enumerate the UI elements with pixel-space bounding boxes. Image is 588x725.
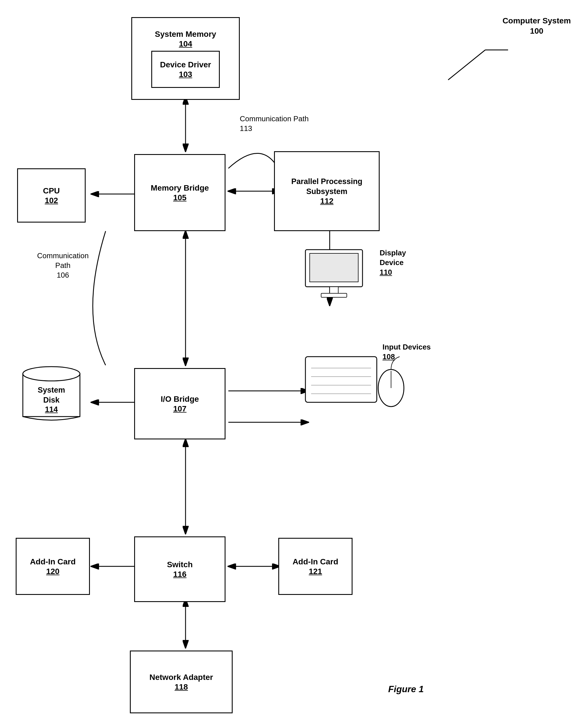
system-disk-container: SystemDisk 114: [17, 362, 86, 428]
arrows-svg: [0, 0, 588, 725]
io-bridge-title: I/O Bridge: [161, 394, 199, 404]
system-memory-id: 104: [179, 39, 192, 48]
network-adapter-box: Network Adapter 118: [130, 651, 233, 713]
add-in-card-121-id: 121: [309, 567, 322, 576]
device-driver-box: Device Driver 103: [151, 51, 220, 88]
network-adapter-title: Network Adapter: [149, 672, 213, 682]
display-device-label: DisplayDevice110: [380, 248, 406, 277]
memory-bridge-title: Memory Bridge: [151, 183, 209, 193]
parallel-processing-id: 112: [320, 197, 334, 206]
input-devices-container: [302, 351, 417, 431]
add-in-card-121-box: Add-In Card 121: [278, 538, 353, 595]
add-in-card-120-title: Add-In Card: [30, 557, 76, 567]
input-devices-label: Input Devices 108: [382, 342, 431, 362]
io-bridge-id: 107: [173, 404, 187, 413]
network-adapter-id: 118: [175, 682, 188, 691]
svg-rect-19: [321, 293, 347, 297]
parallel-processing-box: Parallel Processing Subsystem 112: [274, 151, 380, 231]
cpu-id: 102: [45, 196, 58, 205]
diagram-container: Computer System 100: [0, 0, 588, 725]
parallel-processing-title: Parallel Processing Subsystem: [275, 177, 379, 197]
svg-rect-17: [310, 253, 358, 282]
switch-title: Switch: [167, 559, 193, 570]
cpu-box: CPU 102: [17, 168, 86, 222]
computer-system-label: Computer System 100: [502, 16, 571, 37]
svg-rect-22: [306, 357, 377, 402]
device-driver-title: Device Driver: [160, 60, 211, 70]
svg-line-3: [448, 50, 485, 80]
add-in-card-120-box: Add-In Card 120: [16, 538, 90, 595]
display-device-container: [302, 248, 382, 311]
system-memory-title: System Memory: [155, 29, 216, 39]
memory-bridge-id: 105: [173, 193, 187, 202]
input-devices-svg: [302, 351, 411, 425]
io-bridge-box: I/O Bridge 107: [134, 368, 226, 440]
comm-path-106-label: CommunicationPath106: [37, 251, 89, 280]
svg-point-21: [23, 367, 80, 381]
cpu-title: CPU: [43, 186, 60, 196]
switch-id: 116: [173, 570, 187, 579]
monitor-svg: [302, 248, 365, 300]
switch-box: Switch 116: [134, 536, 226, 602]
comm-path-113-label: Communication Path 113: [240, 114, 309, 133]
system-memory-box: System Memory 104 Device Driver 103: [131, 17, 240, 100]
add-in-card-121-title: Add-In Card: [293, 557, 338, 567]
memory-bridge-box: Memory Bridge 105: [134, 154, 226, 231]
device-driver-id: 103: [179, 70, 192, 79]
figure-1-label: Figure 1: [388, 683, 424, 695]
svg-rect-18: [330, 287, 338, 294]
add-in-card-120-id: 120: [46, 567, 60, 576]
